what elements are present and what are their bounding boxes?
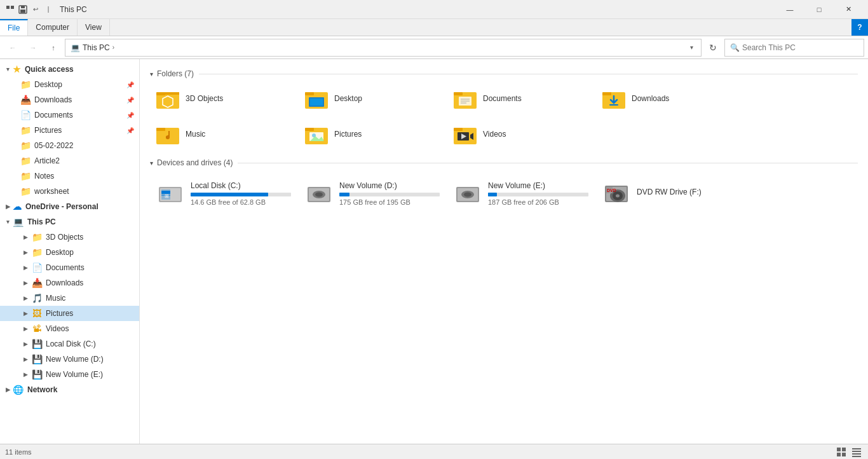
thispc-section[interactable]: ▾ 💻 This PC: [0, 214, 139, 230]
help-button[interactable]: ?: [851, 19, 868, 36]
drive-item-c[interactable]: ⊞ Local Disk (C:) 14.6 GB free of 62.8 G…: [150, 171, 296, 216]
quick-access-section[interactable]: ▾ ★ Quick access: [0, 62, 139, 77]
undo-icon[interactable]: ↩: [31, 4, 41, 15]
folder-documents-name: Documents: [483, 94, 522, 103]
sidebar-item-notes[interactable]: 📁 Notes: [0, 168, 139, 184]
folder-item-videos[interactable]: Videos: [447, 118, 593, 151]
sidebar-item-thispc-videos[interactable]: ▶ 📽 Videos: [0, 321, 139, 336]
sidebar-item-new-volume-d[interactable]: ▶ 💾 New Volume (D:): [0, 352, 139, 367]
svg-rect-57: [837, 453, 841, 456]
folder-item-documents[interactable]: Documents: [447, 82, 593, 115]
drive-item-e[interactable]: New Volume (E:) 187 GB free of 206 GB: [447, 171, 593, 216]
sidebar-item-desktop-label: Desktop: [34, 80, 126, 89]
thispc-label: This PC: [27, 217, 56, 226]
drives-section-label: Devices and drives (4): [157, 158, 233, 167]
minimize-button[interactable]: —: [775, 0, 804, 19]
sidebar-new-volume-e-label: New Volume (E:): [46, 370, 134, 379]
sidebar-thispc-downloads-label: Downloads: [46, 278, 134, 287]
local-disk-expand-icon: ▶: [20, 339, 31, 349]
sidebar-item-downloads[interactable]: 📥 Downloads 📌: [0, 92, 139, 107]
sidebar-item-thispc-pictures[interactable]: ▶ 🖼 Pictures: [0, 306, 139, 321]
3dobjects-icon: 📁: [32, 232, 42, 242]
content-area: ▾ Folders (7) 3D Objects: [140, 59, 868, 444]
sidebar-item-05-02-2022[interactable]: 📁 05-02-2022: [0, 138, 139, 153]
folders-collapse-icon: ▾: [150, 71, 153, 78]
folder-item-downloads[interactable]: Downloads: [596, 82, 742, 115]
drive-item-f[interactable]: DVD DVD RW Drive (F:): [596, 171, 742, 216]
up-button[interactable]: ↑: [44, 39, 62, 57]
network-section[interactable]: ▶ 🌐 Network: [0, 382, 139, 397]
onedrive-cloud-icon: ☁: [13, 202, 22, 212]
pictures-expand-icon: ▶: [20, 308, 31, 319]
sidebar-item-pictures[interactable]: 📁 Pictures 📌: [0, 123, 139, 138]
statusbar-view-controls: [835, 446, 863, 458]
sidebar-item-3dobjects[interactable]: ▶ 📁 3D Objects: [0, 230, 139, 245]
svg-rect-59: [852, 448, 861, 449]
back-button[interactable]: ←: [4, 39, 22, 57]
tab-computer[interactable]: Computer: [28, 19, 78, 36]
drive-e-bar-fill: [488, 193, 497, 196]
details-view-button[interactable]: [850, 446, 863, 458]
svg-rect-13: [454, 92, 463, 95]
search-box[interactable]: 🔍: [724, 39, 864, 57]
sidebar-item-article-label: Article2: [34, 156, 134, 165]
folder-item-3dobjects[interactable]: 3D Objects: [150, 82, 296, 115]
folder-item-music[interactable]: Music: [150, 118, 296, 151]
sidebar-new-volume-d-label: New Volume (D:): [46, 355, 134, 364]
save-icon[interactable]: [18, 4, 28, 15]
date-folder-icon: 📁: [20, 140, 31, 151]
large-icons-view-button[interactable]: [835, 446, 848, 458]
pin-icon-downloads: 📌: [126, 97, 134, 104]
refresh-button[interactable]: ↻: [704, 39, 722, 57]
sidebar-item-documents[interactable]: 📄 Documents 📌: [0, 107, 139, 123]
svg-rect-55: [837, 448, 841, 451]
drive-f-icon: DVD: [601, 178, 632, 209]
folders-grid: 3D Objects Desktop: [150, 82, 858, 151]
sidebar-item-thispc-desktop[interactable]: ▶ 📁 Desktop: [0, 245, 139, 260]
search-input[interactable]: [742, 43, 858, 52]
article-folder-icon: 📁: [20, 156, 31, 166]
svg-text:DVD: DVD: [607, 188, 616, 193]
folder-item-pictures[interactable]: Pictures: [299, 118, 445, 151]
folder-3dobjects-name: 3D Objects: [186, 94, 223, 103]
sidebar-item-thispc-music[interactable]: ▶ 🎵 Music: [0, 291, 139, 306]
sidebar-item-desktop[interactable]: 📁 Desktop 📌: [0, 77, 139, 92]
address-bar[interactable]: 💻 This PC › ▾: [65, 39, 702, 57]
folders-section-label: Folders (7): [157, 69, 194, 78]
svg-text:⊞: ⊞: [165, 193, 169, 199]
forward-button[interactable]: →: [24, 39, 42, 57]
sidebar-item-article2[interactable]: 📁 Article2: [0, 153, 139, 168]
sidebar-item-thispc-downloads[interactable]: ▶ 📥 Downloads: [0, 275, 139, 291]
drive-c-name: Local Disk (C:): [191, 181, 291, 190]
window-controls: — □ ✕: [775, 0, 863, 19]
statusbar: 11 items: [0, 444, 868, 459]
window-title: This PC: [60, 5, 773, 14]
folder-item-desktop[interactable]: Desktop: [299, 82, 445, 115]
sidebar-item-new-volume-e[interactable]: ▶ 💾 New Volume (E:): [0, 367, 139, 382]
drive-item-d[interactable]: New Volume (D:) 175 GB free of 195 GB: [299, 171, 445, 216]
onedrive-section[interactable]: ▶ ☁ OneDrive - Personal: [0, 199, 139, 214]
maximize-button[interactable]: □: [804, 0, 834, 19]
onedrive-label: OneDrive - Personal: [25, 202, 98, 211]
sidebar: ▾ ★ Quick access 📁 Desktop 📌 📥 Downloads…: [0, 59, 140, 444]
close-button[interactable]: ✕: [834, 0, 863, 19]
drive-c-icon: ⊞: [155, 178, 186, 209]
svg-rect-11: [310, 99, 323, 106]
sidebar-item-worksheet[interactable]: 📁 worksheet: [0, 184, 139, 199]
drives-section-header[interactable]: ▾ Devices and drives (4): [150, 158, 858, 167]
drive-f-name: DVD RW Drive (F:): [637, 188, 737, 196]
sidebar-item-thispc-documents[interactable]: ▶ 📄 Documents: [0, 260, 139, 275]
tab-view[interactable]: View: [78, 19, 110, 36]
folders-section-header[interactable]: ▾ Folders (7): [150, 69, 858, 78]
thispc-desktop-icon: 📁: [32, 247, 42, 257]
desktop-folder-icon: 📁: [20, 79, 31, 90]
address-dropdown[interactable]: ▾: [688, 44, 696, 51]
drive-d-bar-bg: [339, 193, 440, 196]
svg-rect-61: [852, 453, 861, 455]
quick-access-icon[interactable]: [5, 4, 15, 15]
documents-expand-icon: ▶: [20, 263, 31, 273]
tab-file[interactable]: File: [0, 19, 28, 36]
thispc-documents-icon: 📄: [32, 263, 42, 273]
sidebar-item-local-disk-c[interactable]: ▶ 💾 Local Disk (C:): [0, 336, 139, 352]
folder-videos-icon: [452, 121, 478, 147]
